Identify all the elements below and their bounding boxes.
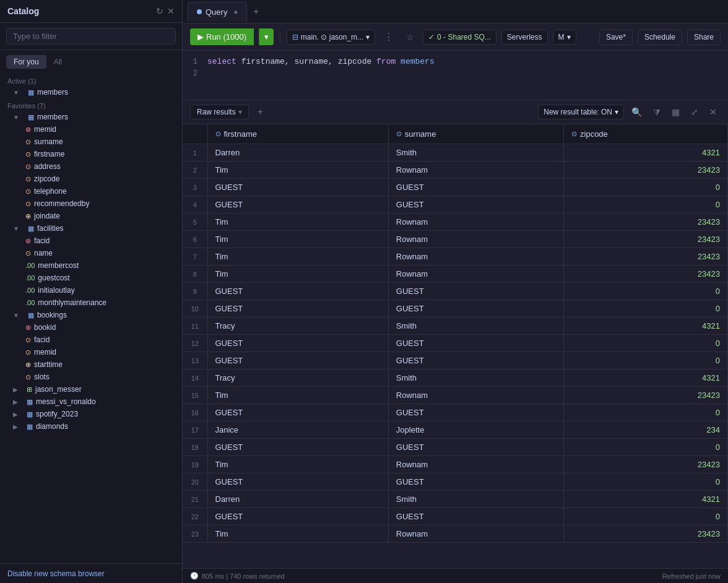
- db-icon: ⊟: [292, 33, 298, 41]
- firstname-cell: Tim: [207, 231, 388, 248]
- memid-label: memid: [34, 125, 175, 134]
- m-badge[interactable]: M ▾: [553, 30, 576, 45]
- sidebar-item-address[interactable]: ⊙ address: [0, 160, 182, 173]
- firstname-cell: Janice: [207, 421, 388, 439]
- initialoutlay-label: initialoutlay: [38, 286, 175, 295]
- firstname-cell: GUEST: [207, 508, 388, 525]
- sidebar-item-diamonds[interactable]: ▶ ▦ diamonds: [0, 420, 182, 433]
- sidebar-item-memid[interactable]: ⊛ memid: [0, 123, 182, 136]
- sidebar-item-active-members[interactable]: ▼ ▦ members: [0, 86, 182, 98]
- table-icon: ▦: [28, 113, 34, 121]
- tab-for-you[interactable]: For you: [6, 55, 46, 69]
- run-dropdown-button[interactable]: ▾: [259, 28, 274, 45]
- sidebar-item-surname[interactable]: ⊙ surname: [0, 136, 182, 148]
- line-content-2: [207, 69, 212, 78]
- query-tab[interactable]: Query ●: [188, 2, 247, 22]
- name-label: name: [34, 249, 175, 257]
- raw-results-tab[interactable]: Raw results ▾: [190, 105, 249, 119]
- sidebar-item-facid[interactable]: ⊛ facid: [0, 235, 182, 247]
- results-toolbar: Raw results ▾ + New result table: ON ▾ 🔍…: [183, 100, 728, 124]
- sidebar-item-messi-vs-ronaldo[interactable]: ▶ ▦ messi_vs_ronaldo: [0, 395, 182, 408]
- sidebar-item-starttime[interactable]: ⊕ starttime: [0, 358, 182, 371]
- surname-cell: Smith: [388, 491, 563, 508]
- filter-results-button[interactable]: ⧩: [649, 105, 664, 120]
- add-results-tab-button[interactable]: +: [253, 104, 268, 120]
- sidebar-header-icons: ↻ ✕: [156, 6, 175, 16]
- bookings-memid-label: memid: [34, 348, 175, 356]
- sidebar-content: Active (1) ▼ ▦ members Favorites (7) ▼ ▦…: [0, 71, 182, 563]
- zipcode-header[interactable]: ⊙ zipcode: [564, 124, 728, 144]
- zipcode-cell: 23423: [564, 525, 728, 543]
- address-label: address: [34, 162, 175, 171]
- row-number: 5: [183, 214, 207, 231]
- share-button[interactable]: Share: [687, 29, 721, 45]
- save-button[interactable]: Save*: [599, 29, 633, 45]
- close-results-button[interactable]: ✕: [706, 105, 721, 119]
- sidebar-item-guestcost[interactable]: .00 guestcost: [0, 272, 182, 284]
- fk-icon: ⊙: [25, 150, 31, 158]
- chevron-down-icon: ▼: [13, 312, 19, 319]
- results-panel: Raw results ▾ + New result table: ON ▾ 🔍…: [183, 100, 728, 583]
- firstname-cell: GUEST: [207, 352, 388, 369]
- kebab-menu-button[interactable]: ⋮: [380, 28, 397, 45]
- search-input[interactable]: [6, 28, 176, 45]
- sidebar-item-bookid[interactable]: ⊛ bookid: [0, 321, 182, 334]
- sidebar-item-spotify-2023[interactable]: ▶ ▦ spotify_2023: [0, 408, 182, 420]
- sidebar-item-slots[interactable]: ⊙ slots: [0, 371, 182, 383]
- sidebar-item-membercost[interactable]: .00 membercost: [0, 259, 182, 272]
- schedule-button[interactable]: Schedule: [638, 29, 682, 45]
- fk-icon: ⊙: [25, 175, 31, 183]
- layout-button[interactable]: ▦: [668, 105, 683, 119]
- sidebar-item-bookings-facid[interactable]: ⊙ facid: [0, 334, 182, 346]
- code-editor[interactable]: 1 select firstname, surname, zipcode fro…: [183, 51, 728, 100]
- sidebar-item-bookings-memid[interactable]: ⊙ memid: [0, 346, 182, 358]
- zipcode-cell: 4321: [564, 369, 728, 387]
- sidebar-item-bookings[interactable]: ▼ ▦ bookings: [0, 309, 182, 321]
- sidebar-item-firstname[interactable]: ⊙ firstname: [0, 148, 182, 160]
- surname-header[interactable]: ⊙ surname: [388, 124, 563, 144]
- spotify-2023-label: spotify_2023: [36, 410, 175, 418]
- row-number-header: [183, 124, 207, 144]
- star-button[interactable]: ☆: [402, 30, 418, 45]
- row-number: 11: [183, 317, 207, 335]
- row-number: 19: [183, 456, 207, 473]
- sidebar-item-facilities[interactable]: ▼ ▦ facilities: [0, 222, 182, 235]
- surname-cell: GUEST: [388, 300, 563, 317]
- run-button[interactable]: ▶ Run (1000): [190, 28, 254, 45]
- sidebar-item-monthlymaintenance[interactable]: .00 monthlymaintenance: [0, 296, 182, 309]
- sidebar-item-zipcode[interactable]: ⊙ zipcode: [0, 173, 182, 185]
- zipcode-cell: 0: [564, 508, 728, 525]
- tab-all[interactable]: All: [46, 55, 69, 69]
- sidebar-item-fav-members[interactable]: ▼ ▦ members: [0, 111, 182, 123]
- sidebar-item-name[interactable]: ⊙ name: [0, 247, 182, 259]
- db-selector[interactable]: ⊟ main. ⊙ jason_m... ▾: [287, 30, 375, 45]
- bookings-facid-label: facid: [34, 335, 175, 344]
- row-number: 4: [183, 196, 207, 214]
- firstname-cell: Tim: [207, 266, 388, 283]
- close-icon[interactable]: ✕: [167, 6, 175, 16]
- add-tab-button[interactable]: +: [248, 4, 264, 20]
- sidebar-item-jason-messer[interactable]: ▶ ⊞ jason_messer: [0, 383, 182, 395]
- new-result-table-selector[interactable]: New result table: ON ▾: [538, 105, 624, 119]
- refresh-icon[interactable]: ↻: [156, 6, 163, 16]
- firstname-header[interactable]: ⊙ firstname: [207, 124, 388, 144]
- status-bar: 🕐 805 ms | 740 rows returned Refreshed j…: [183, 568, 728, 583]
- sidebar-tabs: For you All: [0, 50, 182, 71]
- table-row: 7 Tim Rownam 23423: [183, 248, 728, 266]
- search-results-button[interactable]: 🔍: [628, 105, 646, 119]
- line-number-2: 2: [183, 69, 207, 78]
- db-chevron-icon: ▾: [366, 33, 370, 41]
- sidebar-search-container: [0, 23, 182, 50]
- disable-schema-browser-link[interactable]: Disable new schema browser: [7, 569, 105, 578]
- expand-button[interactable]: ⤢: [687, 105, 702, 119]
- sidebar-item-recommendedby[interactable]: ⊙ recommendedby: [0, 197, 182, 210]
- zipcode-cell: 0: [564, 300, 728, 317]
- sidebar-item-joindate[interactable]: ⊕ joindate: [0, 210, 182, 222]
- zipcode-cell: 0: [564, 179, 728, 196]
- table-icon: ▦: [27, 410, 33, 418]
- sidebar-item-telephone[interactable]: ⊙ telephone: [0, 185, 182, 197]
- firstname-cell: Darren: [207, 144, 388, 162]
- surname-cell: GUEST: [388, 473, 563, 491]
- row-number: 12: [183, 335, 207, 352]
- sidebar-item-initialoutlay[interactable]: .00 initialoutlay: [0, 284, 182, 296]
